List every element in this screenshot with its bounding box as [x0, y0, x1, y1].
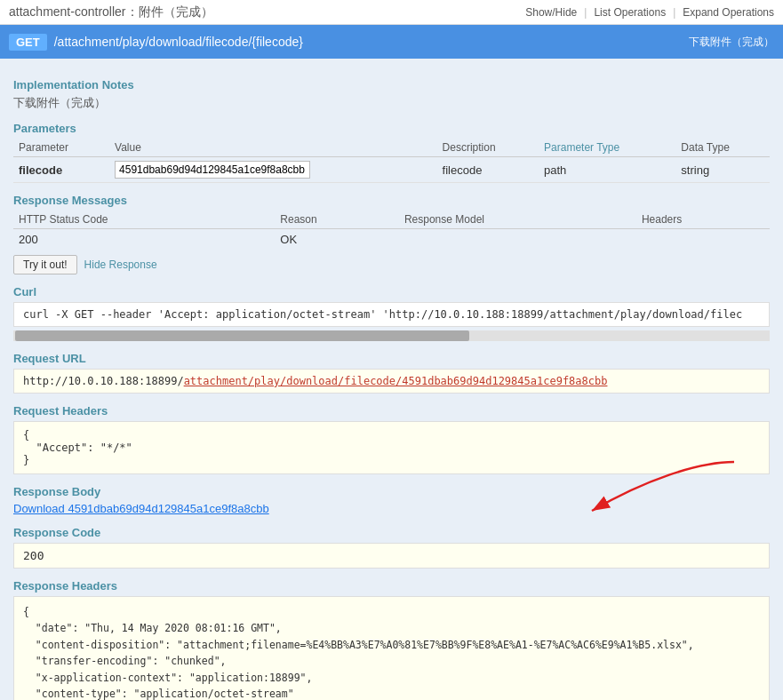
param-header-value: Value: [109, 139, 437, 157]
curl-scrollbar[interactable]: [13, 330, 770, 341]
controller-name: attachment-controller: [9, 4, 126, 19]
rm-status-cell: 200: [13, 229, 275, 251]
list-operations-link[interactable]: List Operations: [594, 6, 666, 19]
request-headers-content: { "Accept": "*/*" }: [23, 429, 760, 466]
rm-reason-cell: OK: [275, 229, 399, 251]
params-title: Parameters: [13, 122, 770, 135]
request-url-title: Request URL: [13, 352, 770, 365]
impl-notes-content: 下载附件（完成）: [13, 95, 770, 111]
response-messages-table: HTTP Status Code Reason Response Model H…: [13, 211, 770, 250]
param-desc-cell: filecode: [437, 157, 539, 183]
response-headers-block: { "date": "Thu, 14 May 2020 08:01:16 GMT…: [13, 596, 770, 700]
response-code-value: 200: [23, 549, 44, 562]
table-row: 200 OK: [13, 229, 770, 251]
top-bar: attachment-controller：附件（完成） Show/Hide |…: [0, 0, 783, 25]
table-row: filecode filecode path string: [13, 157, 770, 183]
response-code-block: 200: [13, 543, 770, 569]
response-headers-title: Response Headers: [13, 579, 770, 593]
param-type-cell: path: [539, 157, 675, 183]
request-headers-title: Request Headers: [13, 404, 770, 418]
response-messages-title: Response Messages: [13, 194, 770, 207]
hide-response-link[interactable]: Hide Response: [84, 259, 157, 271]
response-body-title: Response Body: [13, 485, 770, 498]
param-name-cell: filecode: [13, 157, 109, 183]
rm-headers-cell: [636, 229, 770, 251]
download-link[interactable]: Download 4591dbab69d94d129845a1ce9f8a8cb…: [13, 502, 269, 515]
response-headers-content: { "date": "Thu, 14 May 2020 08:01:16 GMT…: [23, 604, 760, 700]
param-value-cell[interactable]: [109, 157, 437, 183]
request-headers-block: { "Accept": "*/*" }: [13, 421, 770, 474]
rm-header-model: Response Model: [399, 211, 636, 229]
rm-header-reason: Reason: [275, 211, 399, 229]
try-it-button[interactable]: Try it out!: [13, 255, 77, 274]
method-badge: GET: [9, 34, 47, 51]
curl-scrollbar-thumb: [15, 330, 469, 341]
impl-notes-title: Implementation Notes: [13, 78, 770, 91]
title-sep: ：: [126, 4, 139, 19]
request-url-base: http://10.0.10.188:18899/: [23, 375, 184, 387]
curl-title: Curl: [13, 285, 770, 298]
curl-content: curl -X GET --header 'Accept: applicatio…: [23, 308, 742, 321]
endpoint-path: /attachment/play/download/filecode/{file…: [54, 35, 682, 49]
top-bar-actions: Show/Hide | List Operations | Expand Ope…: [525, 6, 774, 19]
rm-model-cell: [399, 229, 636, 251]
content-area: Implementation Notes 下载附件（完成） Parameters…: [0, 59, 783, 700]
response-body-wrapper: Response Body Download 4591dbab69d94d129…: [13, 485, 770, 515]
request-url-path-link[interactable]: attachment/play/download/filecode/4591db…: [184, 375, 608, 387]
param-datatype-cell: string: [675, 157, 770, 183]
response-body-area: Download 4591dbab69d94d129845a1ce9f8a8cb…: [13, 502, 770, 515]
params-table: Parameter Value Description Parameter Ty…: [13, 139, 770, 183]
rm-header-headers: Headers: [636, 211, 770, 229]
request-url-block: http://10.0.10.188:18899/attachment/play…: [13, 369, 770, 394]
param-header-name: Parameter: [13, 139, 109, 157]
param-header-desc: Description: [437, 139, 539, 157]
param-header-datatype: Data Type: [675, 139, 770, 157]
rm-header-status: HTTP Status Code: [13, 211, 275, 229]
endpoint-bar: GET /attachment/play/download/filecode/{…: [0, 25, 783, 59]
param-value-input[interactable]: [115, 161, 310, 179]
try-it-row: Try it out! Hide Response: [13, 255, 770, 274]
controller-subtitle: 附件（完成）: [139, 4, 213, 19]
response-code-title: Response Code: [13, 526, 770, 539]
show-hide-link[interactable]: Show/Hide: [525, 6, 577, 19]
page-title: attachment-controller：附件（完成）: [9, 4, 213, 20]
curl-block: curl -X GET --header 'Accept: applicatio…: [13, 302, 770, 327]
expand-operations-link[interactable]: Expand Operations: [683, 6, 774, 19]
param-header-type: Parameter Type: [539, 139, 675, 157]
endpoint-desc: 下载附件（完成）: [689, 35, 774, 50]
